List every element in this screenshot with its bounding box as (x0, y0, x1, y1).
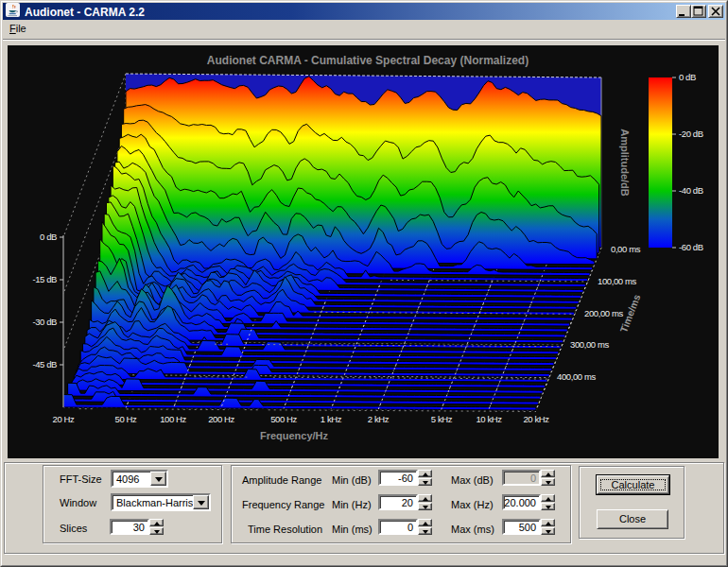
svg-text:400,00 ms: 400,00 ms (557, 371, 596, 382)
svg-text:-45 dB: -45 dB (32, 359, 57, 369)
svg-text:100 Hz: 100 Hz (160, 414, 186, 424)
svg-text:Amplitude/dB: Amplitude/dB (619, 129, 631, 197)
svg-text:50 Hz: 50 Hz (115, 414, 137, 424)
svg-text:Frequency/Hz: Frequency/Hz (260, 430, 329, 441)
svg-text:300,00 ms: 300,00 ms (570, 339, 609, 350)
svg-text:-30 dB: -30 dB (32, 317, 57, 327)
svg-text:200 Hz: 200 Hz (208, 414, 234, 424)
svg-text:5 kHz: 5 kHz (431, 414, 453, 424)
svg-text:-40 dB: -40 dB (679, 185, 703, 196)
svg-text:100,00 ms: 100,00 ms (598, 276, 636, 286)
svg-text:0 dB: 0 dB (40, 232, 57, 242)
svg-text:-15 dB: -15 dB (32, 274, 57, 284)
svg-text:20 kHz: 20 kHz (523, 414, 549, 424)
svg-text:500 Hz: 500 Hz (270, 414, 297, 424)
svg-text:-20 dB: -20 dB (679, 129, 703, 139)
svg-text:2 kHz: 2 kHz (368, 414, 390, 424)
svg-text:10 kHz: 10 kHz (476, 414, 502, 424)
svg-text:Audionet CARMA - Cumulative Sp: Audionet CARMA - Cumulative Spectral Dec… (207, 54, 529, 67)
svg-text:0,00 ms: 0,00 ms (611, 244, 641, 254)
svg-text:20 Hz: 20 Hz (53, 414, 75, 424)
svg-text:1 kHz: 1 kHz (321, 414, 342, 424)
svg-text:0 dB: 0 dB (679, 72, 696, 82)
svg-text:-60 dB: -60 dB (679, 242, 703, 252)
svg-text:200,00 ms: 200,00 ms (584, 308, 623, 318)
